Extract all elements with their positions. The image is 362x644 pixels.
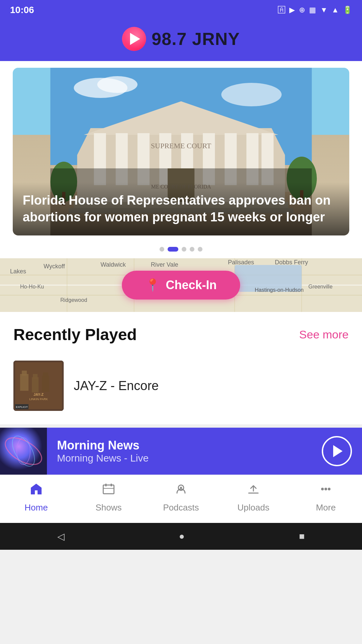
youtube-icon: ▶ [289,6,295,14]
station-name: 98.7 JRNY [152,29,240,49]
svg-point-70 [324,488,327,490]
svg-rect-65 [111,484,112,486]
nav-item-podcasts[interactable]: Podcasts [145,482,217,513]
svg-rect-64 [105,484,107,486]
now-playing-play-button[interactable] [322,436,352,466]
carousel-dot-5[interactable] [198,247,202,252]
carousel-dots [0,242,362,258]
svg-point-69 [321,488,324,490]
news-overlay: Florida House of Representatives approve… [13,182,349,235]
svg-rect-59 [0,428,47,475]
now-playing-title: Morning News [57,438,312,452]
logo-play-icon [130,33,140,45]
svg-point-4 [221,83,282,106]
track-title: JAY-Z - Encore [74,379,159,393]
checkin-button[interactable]: 📍 Check-In [122,271,240,300]
at-icon: ⊕ [299,6,305,14]
svg-rect-49 [20,374,28,391]
svg-text:JAY-Z: JAY-Z [34,392,44,396]
svg-rect-53 [42,376,49,392]
nav-item-uploads[interactable]: Uploads [217,482,290,513]
wifi-icon: ▼ [320,6,327,14]
news-image[interactable]: SUPREME COURT ME COURT OF FLORIDA Florid… [13,68,349,235]
svg-text:Hastings-on-Hudson: Hastings-on-Hudson [255,287,304,293]
news-carousel[interactable]: SUPREME COURT ME COURT OF FLORIDA Florid… [0,61,362,258]
home-icon [29,482,44,500]
news-title: Florida House of Representatives approve… [23,192,339,225]
nav-label-more: More [316,502,336,513]
back-button[interactable]: ◁ [57,531,65,542]
svg-text:Greenville: Greenville [308,284,333,289]
recently-played-header: Recently Played See more [13,325,349,344]
nav-label-home: Home [24,502,48,513]
svg-point-68 [180,487,182,489]
more-icon [318,482,333,500]
section-title: Recently Played [13,325,137,344]
svg-text:Waldwick: Waldwick [101,261,126,268]
nav-item-more[interactable]: More [290,482,362,513]
recently-played-section: Recently Played See more JAY-Z LINKIN PA… [0,312,362,424]
battery-icon: 🔋 [343,6,352,14]
carousel-dot-3[interactable] [182,247,186,252]
track-artwork: JAY-Z LINKIN PARK EXPLICIT [13,361,64,411]
now-playing-subtitle: Morning News - Live [57,452,312,464]
status-bar: 10:06 🄰 ▶ ⊕ ▦ ▼ ▲ 🔋 [0,0,362,20]
svg-point-71 [328,488,330,490]
carousel-dot-2[interactable] [168,247,178,252]
svg-text:Ho-Ho-Ku: Ho-Ho-Ku [20,284,44,289]
nav-item-home[interactable]: Home [0,482,72,513]
notification-icon: 🄰 [278,6,285,14]
carousel-dot-4[interactable] [190,247,194,252]
now-playing-artwork [0,428,47,475]
svg-text:Palisades: Palisades [228,259,254,266]
nav-label-podcasts: Podcasts [163,502,199,513]
svg-text:LINKIN PARK: LINKIN PARK [29,397,48,401]
signal-icon: ▲ [331,6,339,14]
status-time: 10:06 [10,5,34,15]
svg-rect-50 [22,371,27,376]
uploads-icon [246,482,261,500]
status-icons: 🄰 ▶ ⊕ ▦ ▼ ▲ 🔋 [278,6,352,14]
svg-rect-51 [32,377,39,392]
news-image-container: SUPREME COURT ME COURT OF FLORIDA Florid… [0,68,362,235]
recents-button[interactable]: ■ [299,531,305,542]
svg-rect-54 [43,372,48,377]
svg-text:SUPREME COURT: SUPREME COURT [151,142,212,150]
svg-point-3 [97,76,137,93]
bottom-nav: Home Shows Podcasts [0,475,362,523]
memory-icon: ▦ [309,6,316,14]
shows-icon [101,482,116,500]
location-pin-icon: 📍 [145,278,160,292]
table-row[interactable]: JAY-Z LINKIN PARK EXPLICIT JAY-Z - Encor… [13,354,349,418]
play-icon [333,445,343,457]
nav-label-uploads: Uploads [237,502,269,513]
svg-text:EXPLICIT: EXPLICIT [16,406,28,409]
checkin-label: Check-In [166,278,217,292]
svg-text:Ridgewood: Ridgewood [60,297,87,303]
home-button[interactable]: ● [179,531,185,542]
svg-rect-63 [103,485,114,494]
carousel-dot-1[interactable] [160,247,164,252]
app-header: 98.7 JRNY [0,20,362,61]
nav-label-shows: Shows [96,502,122,513]
now-playing-art-svg [0,428,47,475]
album-art-svg: JAY-Z LINKIN PARK EXPLICIT [13,361,64,411]
checkin-section[interactable]: Lakes Wyckoff Waldwick River Vale Palisa… [0,258,362,312]
svg-text:Wyckoff: Wyckoff [44,263,65,270]
svg-text:Lakes: Lakes [10,268,26,275]
station-logo [122,27,146,51]
android-nav-bar: ◁ ● ■ [0,523,362,550]
now-playing-info: Morning News Morning News - Live [47,438,322,464]
podcasts-icon [174,482,188,500]
svg-rect-52 [33,374,38,379]
svg-text:Dobbs Ferry: Dobbs Ferry [275,259,308,266]
see-more-link[interactable]: See more [299,328,349,341]
now-playing-bar[interactable]: Morning News Morning News - Live [0,428,362,475]
svg-text:River Vale: River Vale [151,261,178,268]
nav-item-shows[interactable]: Shows [72,482,145,513]
